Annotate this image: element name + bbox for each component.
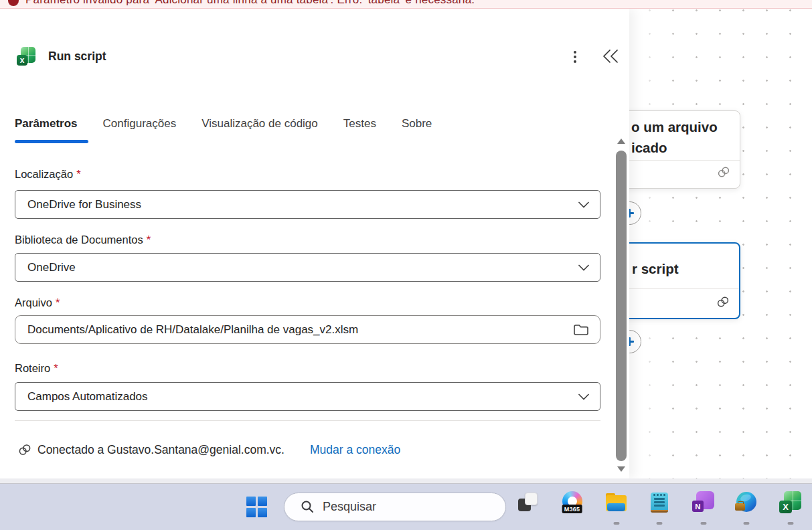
trigger-card[interactable]: o um arquivo icado xyxy=(629,110,740,189)
tab-parametros[interactable]: Parâmetros xyxy=(15,116,78,132)
roteiro-dropdown[interactable]: Campos Automatizados xyxy=(15,382,600,411)
copilot-m365-icon: M365 xyxy=(561,491,583,513)
arquivo-value: Documents/Aplicativo de RH/Datalake/Plan… xyxy=(27,323,358,337)
card-divider xyxy=(629,160,740,161)
run-script-card-title: r script xyxy=(629,258,739,279)
connection-status: Conectado a Gustavo.Santana@genial.com.v… xyxy=(37,443,285,457)
arquivo-input[interactable]: Documents/Aplicativo de RH/Datalake/Plan… xyxy=(15,315,600,344)
action-panel: x Run script Parâmetros Configurações Vi… xyxy=(0,9,629,478)
biblioteca-dropdown[interactable]: OneDrive xyxy=(15,253,600,282)
flow-canvas[interactable]: o um arquivo icado r script xyxy=(629,9,812,478)
taskbar-search[interactable]: Pesquisar xyxy=(284,493,506,521)
panel-title: Run script xyxy=(48,50,106,64)
active-tab-underline xyxy=(15,140,88,143)
task-view-icon xyxy=(517,491,539,513)
copilot-m365-button[interactable]: M365 xyxy=(561,491,584,526)
notepad-icon xyxy=(648,491,670,513)
connection-row: Conectado a Gustavo.Santana@genial.com.v… xyxy=(17,442,400,457)
start-button[interactable] xyxy=(246,497,267,517)
field-label-localizacao: Localização* xyxy=(15,168,81,181)
edge-icon xyxy=(735,491,757,513)
chevron-down-icon xyxy=(578,201,589,208)
roteiro-value: Campos Automatizados xyxy=(27,390,148,404)
error-circle-icon xyxy=(8,0,19,6)
required-asterisk: * xyxy=(147,234,151,246)
field-label-arquivo: Arquivo* xyxy=(15,296,60,309)
tab-configuracoes[interactable]: Configurações xyxy=(103,116,177,132)
link-icon xyxy=(17,442,32,457)
required-asterisk: * xyxy=(54,362,58,374)
required-asterisk: * xyxy=(56,296,60,308)
trigger-card-title-line2: icado xyxy=(629,137,740,158)
change-connection-link[interactable]: Mudar a conexão xyxy=(310,443,400,457)
tab-visualizacao-de-codigo[interactable]: Visualização de código xyxy=(201,116,318,132)
tab-bar: Parâmetros Configurações Visualização de… xyxy=(15,116,432,132)
localizacao-dropdown[interactable]: OneDrive for Business xyxy=(15,190,600,219)
running-indicator xyxy=(657,522,663,525)
card-divider xyxy=(629,288,739,289)
excel-button[interactable]: X xyxy=(779,491,802,526)
excel-taskbar-icon: X xyxy=(779,491,801,513)
file-explorer-button[interactable] xyxy=(605,491,628,526)
running-indicator xyxy=(614,522,620,525)
task-view-button[interactable] xyxy=(517,491,540,526)
field-label-biblioteca: Biblioteca de Documentos* xyxy=(15,234,151,246)
chevron-down-icon xyxy=(578,264,589,271)
field-label-roteiro: Roteiro* xyxy=(15,362,58,375)
error-message: Parâmetro inválido para 'Adicionar uma l… xyxy=(25,0,475,7)
biblioteca-value: OneDrive xyxy=(27,261,76,274)
more-vertical-icon[interactable] xyxy=(568,48,582,66)
collapse-double-chevron-icon[interactable] xyxy=(601,48,620,65)
onenote-icon: N xyxy=(692,491,714,513)
running-indicator xyxy=(788,522,794,525)
running-indicator xyxy=(701,522,707,525)
section-divider xyxy=(15,420,600,421)
notepad-button[interactable] xyxy=(648,491,671,526)
link-icon xyxy=(716,165,731,179)
required-asterisk: * xyxy=(76,168,80,180)
onenote-button[interactable]: N xyxy=(692,491,715,526)
localizacao-value: OneDrive for Business xyxy=(27,198,141,211)
scrollbar-up-icon[interactable] xyxy=(617,139,625,144)
taskbar: Pesquisar M365 N xyxy=(0,484,812,530)
error-banner: Parâmetro inválido para 'Adicionar uma l… xyxy=(0,0,812,9)
search-placeholder: Pesquisar xyxy=(323,500,376,514)
windows-logo-icon xyxy=(246,497,256,506)
insert-step-button[interactable] xyxy=(629,201,641,225)
scrollbar-thumb[interactable] xyxy=(616,151,627,461)
screen: Parâmetro inválido para 'Adicionar uma l… xyxy=(0,0,812,530)
tab-sobre[interactable]: Sobre xyxy=(402,116,432,132)
chevron-down-icon xyxy=(578,393,589,400)
search-icon xyxy=(301,500,315,514)
run-script-card-selected[interactable]: r script xyxy=(629,242,740,319)
running-indicator xyxy=(744,522,750,525)
window-bottom-edge xyxy=(0,478,812,484)
tab-testes[interactable]: Testes xyxy=(343,116,376,132)
insert-step-button[interactable] xyxy=(629,330,641,353)
file-explorer-icon xyxy=(605,491,627,513)
link-icon xyxy=(716,294,730,309)
excel-icon: x xyxy=(17,47,35,66)
panel-scrollbar[interactable] xyxy=(615,129,628,478)
trigger-card-title-line1: o um arquivo xyxy=(629,116,740,137)
edge-button[interactable] xyxy=(735,491,758,526)
scrollbar-down-icon[interactable] xyxy=(617,466,625,472)
folder-icon[interactable] xyxy=(573,323,589,337)
copilot-badge: M365 xyxy=(562,505,582,513)
